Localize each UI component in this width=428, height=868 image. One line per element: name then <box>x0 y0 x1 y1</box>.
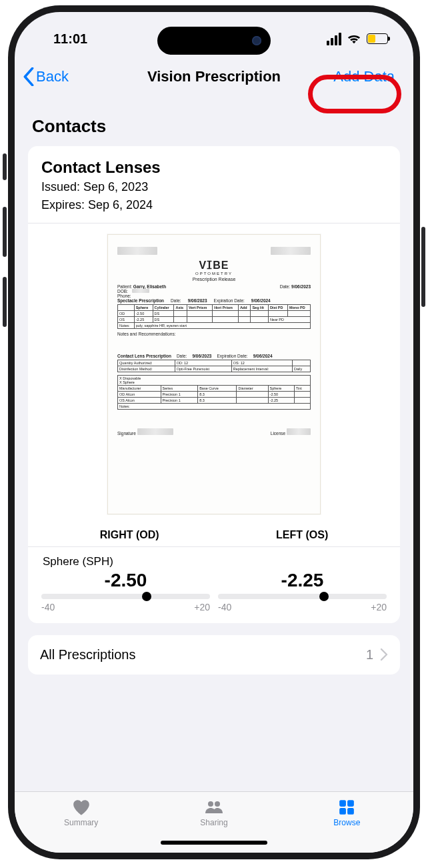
heart-icon <box>71 799 91 816</box>
tab-sharing[interactable]: Sharing <box>148 799 279 827</box>
tab-browse[interactable]: Browse <box>281 799 413 827</box>
expires-line: Expires: Sep 6, 2024 <box>41 197 387 213</box>
nav-bar: Back Vision Prescription Add Data <box>15 59 413 93</box>
add-data-button[interactable]: Add Data <box>328 65 400 88</box>
page-title: Vision Prescription <box>147 68 281 85</box>
tab-summary[interactable]: Summary <box>15 799 147 827</box>
content-area[interactable]: Contacts Contact Lenses Issued: Sep 6, 2… <box>15 93 413 790</box>
card-title: Contact Lenses <box>41 158 387 177</box>
phone-frame: 11:01 Back Vision Prescription Add Data <box>8 5 420 859</box>
home-indicator[interactable] <box>161 841 267 845</box>
sphere-label: Sphere (SPH) <box>43 555 387 568</box>
sphere-left-slider[interactable]: -2.25 -40+20 <box>218 570 387 612</box>
svg-point-1 <box>215 801 220 807</box>
issued-line: Issued: Sep 6, 2023 <box>41 179 387 195</box>
sphere-right-value: -2.50 <box>41 570 210 591</box>
grid-icon <box>337 799 357 816</box>
chevron-left-icon <box>23 67 35 86</box>
svg-rect-4 <box>339 808 346 815</box>
battery-icon <box>367 33 388 44</box>
cellular-icon <box>327 33 341 45</box>
svg-rect-2 <box>339 800 346 807</box>
prescription-card[interactable]: Contact Lenses Issued: Sep 6, 2023 Expir… <box>28 146 400 623</box>
all-prescriptions-label: All Prescriptions <box>40 647 135 663</box>
back-label: Back <box>36 68 69 85</box>
svg-point-0 <box>208 801 213 807</box>
section-contacts-title: Contacts <box>32 116 400 137</box>
left-eye-heading: LEFT (OS) <box>276 529 328 541</box>
dynamic-island <box>157 27 271 55</box>
tab-bar: Summary Sharing Browse <box>15 791 413 853</box>
sphere-right-slider[interactable]: -2.50 -40+20 <box>41 570 210 612</box>
wifi-icon <box>347 33 361 45</box>
all-prescriptions-count: 1 <box>366 647 373 663</box>
people-icon <box>204 799 224 816</box>
chevron-right-icon <box>380 648 388 661</box>
status-time: 11:01 <box>53 31 87 47</box>
right-eye-heading: RIGHT (OD) <box>100 529 159 541</box>
back-button[interactable]: Back <box>23 67 69 86</box>
sphere-left-value: -2.25 <box>218 570 387 591</box>
all-prescriptions-row[interactable]: All Prescriptions 1 <box>28 635 400 675</box>
screen: 11:01 Back Vision Prescription Add Data <box>15 12 413 853</box>
prescription-document-image[interactable]: VⵊBEOPTOMETRY Prescription Release Patie… <box>107 234 321 514</box>
svg-rect-5 <box>347 808 354 815</box>
svg-rect-3 <box>347 800 354 807</box>
